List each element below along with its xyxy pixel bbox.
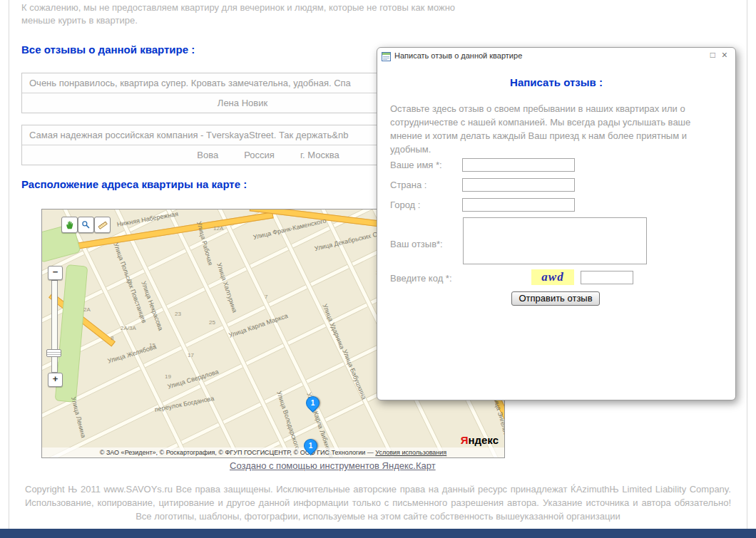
footer-text: Copyright Њ 2011 www.SAVOYs.ru Все права… [25,482,731,523]
zoom-slider-track[interactable] [51,280,58,373]
building-number: 21 [126,278,133,284]
building-number: 17 [188,352,194,358]
marker-label: 1 [305,440,317,452]
review-author: Лена Новик [218,98,267,108]
yandex-logo-rest: ндекс [468,434,499,446]
review-textarea[interactable] [463,217,647,264]
ruler-icon [98,220,108,230]
hand-icon [65,220,74,229]
country-label: Страна : [390,180,426,190]
name-input[interactable] [462,158,575,172]
dialog-form-icon [382,51,391,61]
building-number: 12А [213,225,223,232]
maximize-icon[interactable]: □ [710,50,715,60]
building-number: 8 [111,335,113,341]
city-input[interactable] [462,198,575,212]
zoom-slider-handle[interactable] [46,349,61,357]
city-label: Город : [390,200,420,210]
name-label: Ваше имя *: [390,160,442,170]
review-label: Ваш отзыв*: [390,239,443,249]
building-number: 15 [149,342,155,348]
dialog-description: Оставьте здесь отзыв о своем пребывании … [390,102,722,156]
intro-text: К сожалению, мы не предоставляем квартир… [21,1,720,27]
map-credit-link[interactable]: Создано с помощью инструментов Яндекс.Ка… [230,460,436,471]
code-label: Введите код *: [390,273,452,284]
ruler-tool-button[interactable] [94,217,111,233]
dialog-title: Написать отзыв о данной квартире [394,51,522,60]
dialog-titlebar[interactable]: Написать отзыв о данной квартире □ × [377,48,735,63]
review-city: г. Москва [300,150,339,160]
dialog-heading: Написать отзыв : [377,76,735,88]
yandex-logo-ya: Я [461,434,469,446]
marker-label: 1 [307,397,319,409]
captcha-image: awd [531,269,574,285]
map-copyright-text: © ЗАО «Резидент», © Роскартография, © ФГ… [100,449,376,456]
intro-line-2: меньше курить в квартире. [21,14,720,27]
close-icon[interactable]: × [722,49,727,61]
building-number: 23 [175,311,181,317]
building-number: 2А [83,306,91,313]
zoom-in-button[interactable]: + [48,373,63,387]
map-heading: Расположение адреса квартиры на карте : [21,178,247,190]
review-dialog: Написать отзыв о данной квартире □ × Нап… [377,47,736,400]
review-country: Россия [244,150,275,160]
submit-review-button[interactable]: Отправить отзыв [511,291,600,306]
magnifier-icon [81,220,91,229]
reviews-heading: Все отзывы о данной квартире : [21,43,195,56]
country-input[interactable] [462,178,575,192]
map-copyright: © ЗАО «Резидент», © Роскартография, © ФГ… [42,448,504,457]
zoom-out-button[interactable]: − [48,266,63,280]
footer-bar [0,529,756,538]
building-number: 19 [165,373,171,380]
terms-of-use-link[interactable]: Условия использования [375,449,446,456]
building-number: 2А/3А [121,325,136,331]
review-author: Вова [197,150,218,160]
intro-line-1: К сожалению, мы не предоставляем квартир… [21,1,720,14]
pan-tool-button[interactable] [61,217,78,233]
building-number: 25 [209,319,215,326]
building-number: 7 [265,294,267,300]
code-input[interactable] [581,271,633,284]
magnifier-tool-button[interactable] [78,217,94,233]
yandex-logo[interactable]: Яндекс [461,434,499,446]
